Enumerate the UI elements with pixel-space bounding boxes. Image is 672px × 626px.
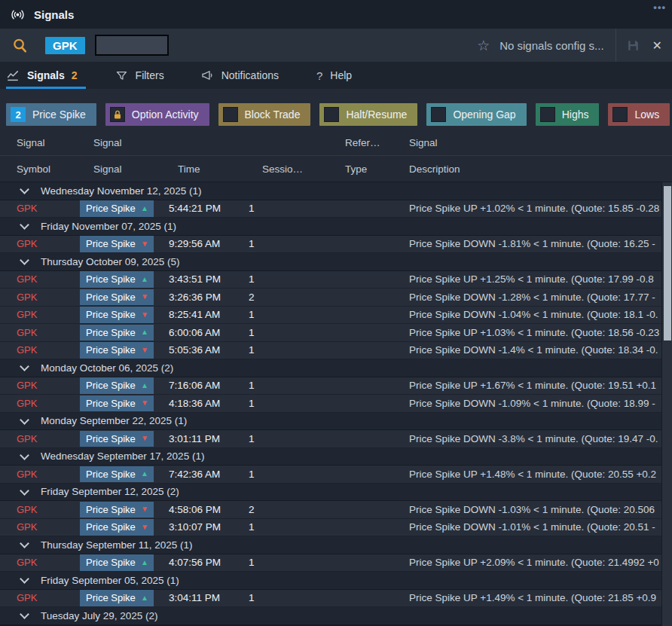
header-time[interactable]: Time bbox=[164, 163, 249, 175]
group-row[interactable]: Wednesday September 17, 2025 (1) bbox=[0, 448, 661, 466]
chevron-down-icon[interactable] bbox=[20, 362, 29, 371]
description-cell: Price Spike DOWN -1.28% < 1 minute. (Quo… bbox=[396, 292, 661, 303]
checkbox[interactable] bbox=[324, 107, 339, 122]
header-symbol[interactable]: Symbol bbox=[0, 163, 80, 175]
checkbox[interactable] bbox=[612, 107, 628, 122]
table-row[interactable]: GPKPrice Spike▲6:00:06 AM1Price Spike UP… bbox=[0, 324, 661, 342]
save-icon[interactable] bbox=[616, 38, 651, 53]
chevron-down-icon[interactable] bbox=[20, 255, 29, 265]
table-row[interactable]: GPKPrice Spike▲3:43:51 PM1Price Spike UP… bbox=[0, 271, 661, 289]
session-cell: 1 bbox=[249, 469, 331, 480]
session-cell: 1 bbox=[249, 592, 331, 603]
signal-badge: Price Spike▼ bbox=[80, 395, 154, 412]
group-row[interactable]: Friday September 05, 2025 (1) bbox=[0, 572, 661, 590]
table-row[interactable]: GPKPrice Spike▼9:29:56 AM1Price Spike DO… bbox=[0, 236, 661, 254]
filter-chip-halt-resume[interactable]: Halt/Resume bbox=[319, 103, 417, 126]
arrow-down-icon: ▼ bbox=[141, 524, 148, 531]
chevron-down-icon[interactable] bbox=[20, 185, 29, 194]
window-menu-dots-icon[interactable]: ••• bbox=[653, 2, 666, 13]
signal-badge: Price Spike▲ bbox=[80, 377, 154, 394]
header-session[interactable]: Sessio… bbox=[249, 163, 331, 175]
table-row[interactable]: GPKPrice Spike▲4:07:56 PM1Price Spike UP… bbox=[0, 554, 661, 573]
time-cell: 3:04:11 PM bbox=[164, 592, 249, 603]
symbol-cell: GPK bbox=[0, 309, 80, 320]
group-label: Wednesday November 12, 2025 (1) bbox=[41, 185, 202, 197]
vertical-scrollbar[interactable] bbox=[661, 182, 672, 626]
chevron-down-icon[interactable] bbox=[20, 609, 29, 619]
group-row[interactable]: Thursday October 09, 2025 (5) bbox=[0, 253, 661, 271]
filter-chip-block-trade[interactable]: Block Trade bbox=[218, 103, 311, 126]
symbol-search-input[interactable] bbox=[95, 35, 169, 56]
table-row[interactable]: GPKPrice Spike▼5:05:36 AM1Price Spike DO… bbox=[0, 342, 661, 360]
chevron-down-icon[interactable] bbox=[20, 539, 29, 548]
tab-filters[interactable]: Filters bbox=[105, 62, 175, 89]
chevron-down-icon[interactable] bbox=[20, 220, 29, 230]
group-row[interactable]: Monday September 22, 2025 (1) bbox=[0, 413, 661, 431]
checkbox[interactable] bbox=[431, 107, 446, 122]
header-group-refer[interactable]: Refer… bbox=[331, 137, 396, 148]
signal-badge-label: Price Spike bbox=[86, 309, 136, 320]
filter-chip-price-spike[interactable]: 2Price Spike bbox=[6, 103, 96, 126]
header-group-signal-1[interactable]: Signal bbox=[0, 137, 80, 148]
filter-chip-highs[interactable]: Highs bbox=[536, 103, 600, 126]
signal-badge: Price Spike▲ bbox=[80, 466, 154, 483]
checkbox[interactable] bbox=[223, 107, 238, 122]
header-group-signal-2[interactable]: Signal bbox=[80, 137, 331, 148]
group-row[interactable]: Monday October 06, 2025 (2) bbox=[0, 359, 661, 377]
lock-icon[interactable] bbox=[110, 107, 125, 122]
header-group-signal-3[interactable]: Signal bbox=[396, 137, 672, 148]
signal-cell: Price Spike▼ bbox=[80, 501, 164, 518]
chevron-down-icon[interactable] bbox=[20, 415, 29, 425]
tab-help[interactable]: ? Help bbox=[306, 62, 362, 89]
table-row[interactable]: GPKPrice Spike▼3:26:36 PM2Price Spike DO… bbox=[0, 289, 661, 307]
chevron-down-icon[interactable] bbox=[20, 574, 29, 584]
checkbox[interactable] bbox=[540, 107, 555, 122]
group-label: Friday November 07, 2025 (1) bbox=[41, 221, 176, 232]
table-row[interactable]: GPKPrice Spike▲3:04:11 PM1Price Spike UP… bbox=[0, 590, 661, 608]
table-row[interactable]: GPKPrice Spike▼3:10:07 PM1Price Spike DO… bbox=[0, 519, 661, 537]
tab-signals[interactable]: Signals 2 bbox=[0, 62, 88, 89]
search-bar: GPK ☆ No signals config s... ✕ bbox=[0, 29, 672, 63]
table-row[interactable]: GPKPrice Spike▼4:18:36 AM1Price Spike DO… bbox=[0, 395, 661, 413]
signal-cell: Price Spike▼ bbox=[80, 236, 164, 253]
group-row[interactable]: Wednesday November 12, 2025 (1) bbox=[0, 182, 661, 200]
symbol-cell: GPK bbox=[0, 504, 80, 515]
table-row[interactable]: GPKPrice Spike▼8:25:41 AM1Price Spike DO… bbox=[0, 307, 661, 325]
table-row[interactable]: GPKPrice Spike▲5:44:21 PM1Price Spike UP… bbox=[0, 200, 661, 218]
chevron-down-icon[interactable] bbox=[20, 450, 29, 460]
signal-badge: Price Spike▼ bbox=[80, 519, 154, 536]
header-description[interactable]: Description bbox=[396, 163, 672, 175]
favorite-star-icon[interactable]: ☆ bbox=[477, 38, 490, 53]
table-row[interactable]: GPKPrice Spike▼3:01:11 PM1Price Spike DO… bbox=[0, 430, 661, 448]
group-row[interactable]: Friday November 07, 2025 (1) bbox=[0, 218, 661, 236]
title-bar: Signals ••• bbox=[0, 0, 672, 29]
header-signal[interactable]: Signal bbox=[80, 163, 164, 175]
group-row[interactable]: Tuesday July 29, 2025 (2) bbox=[0, 607, 661, 625]
filter-chip-opening-gap[interactable]: Opening Gap bbox=[426, 103, 526, 126]
tab-notifications[interactable]: Notifications bbox=[190, 62, 289, 89]
signal-badge-label: Price Spike bbox=[86, 592, 136, 603]
table-row[interactable]: GPKPrice Spike▲7:42:36 AM1Price Spike UP… bbox=[0, 466, 661, 484]
group-row[interactable]: Thursday September 11, 2025 (1) bbox=[0, 536, 661, 554]
broadcast-icon bbox=[10, 7, 26, 23]
header-type[interactable]: Type bbox=[331, 163, 396, 175]
group-row[interactable]: Friday September 12, 2025 (2) bbox=[0, 484, 661, 502]
filter-chip-label: Price Spike bbox=[32, 108, 86, 121]
filter-chip-lows[interactable]: Lows bbox=[608, 103, 670, 126]
chevron-down-icon[interactable] bbox=[20, 486, 29, 496]
tab-label: Notifications bbox=[221, 69, 279, 81]
table-row[interactable]: GPKPrice Spike▲7:16:06 AM1Price Spike UP… bbox=[0, 377, 661, 395]
description-cell: Price Spike UP +1.02% < 1 minute. (Quote… bbox=[396, 203, 661, 214]
signal-badge: Price Spike▼ bbox=[80, 236, 154, 252]
close-icon[interactable]: ✕ bbox=[652, 38, 662, 53]
search-icon bbox=[11, 37, 29, 54]
filter-zone: 2Price SpikeOption ActivityBlock TradeHa… bbox=[0, 89, 672, 130]
signal-badge: Price Spike▲ bbox=[80, 271, 154, 288]
tab-label: Signals bbox=[27, 69, 65, 81]
symbol-chip[interactable]: GPK bbox=[45, 37, 85, 54]
signals-config-label[interactable]: No signals config s... bbox=[499, 39, 603, 52]
symbol-cell: GPK bbox=[0, 327, 80, 338]
filter-chip-option-activity[interactable]: Option Activity bbox=[105, 103, 209, 126]
scrollbar-thumb[interactable] bbox=[664, 186, 671, 340]
table-row[interactable]: GPKPrice Spike▼4:58:06 PM2Price Spike DO… bbox=[0, 501, 661, 519]
